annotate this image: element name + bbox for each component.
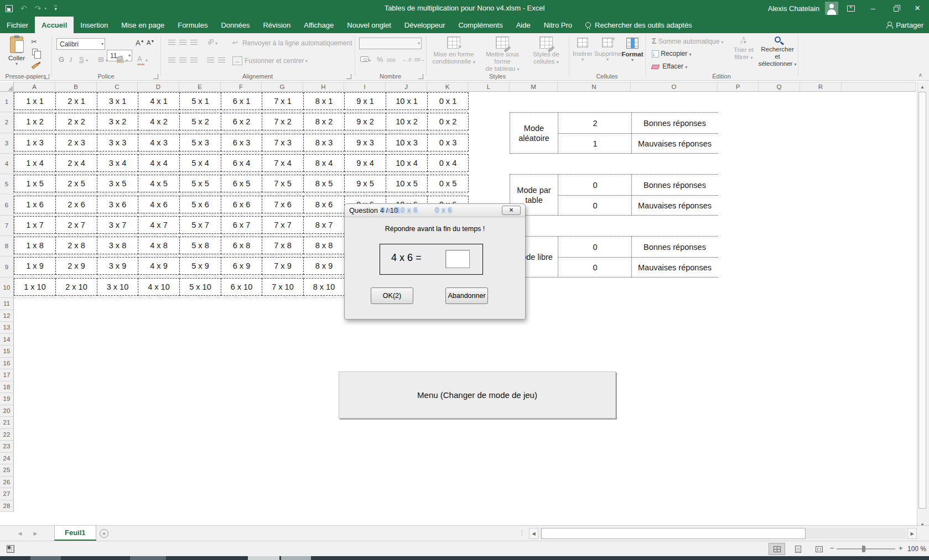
cell-D10[interactable]: 4 x 10 <box>138 278 180 296</box>
cell-E3[interactable]: 5 x 3 <box>179 134 221 151</box>
cell-K1[interactable]: 0 x 1 <box>427 92 469 110</box>
ok-button[interactable]: OK(2) <box>371 287 413 304</box>
score-value[interactable]: 0 <box>559 258 631 277</box>
row-header-6[interactable]: 6 <box>0 195 14 216</box>
cell-J1[interactable]: 10 x 1 <box>386 92 428 110</box>
cell-F2[interactable]: 6 x 2 <box>221 113 262 130</box>
tab-scrollbar-splitter[interactable]: ⋮ <box>519 529 525 536</box>
abandon-button[interactable]: Abandonner <box>445 287 488 304</box>
tab-aide[interactable]: Aide <box>510 17 537 33</box>
column-header-Q[interactable]: Q <box>759 82 800 92</box>
cell-G3[interactable]: 7 x 3 <box>262 134 304 151</box>
row-header-13[interactable]: 13 <box>0 322 14 334</box>
cell-H3[interactable]: 8 x 3 <box>303 134 345 151</box>
answer-input[interactable] <box>445 250 470 268</box>
hscroll-right-icon[interactable]: ▶ <box>907 528 917 539</box>
cell-G10[interactable]: 7 x 10 <box>262 278 304 296</box>
column-header-B[interactable]: B <box>55 82 97 92</box>
zoom-in-button[interactable]: + <box>899 544 903 552</box>
cell-A2[interactable]: 1 x 2 <box>14 113 56 130</box>
cell-C9[interactable]: 3 x 9 <box>97 257 138 275</box>
row-header-27[interactable]: 27 <box>0 488 14 500</box>
column-header-R[interactable]: R <box>800 82 842 92</box>
dialog-close-button[interactable]: × <box>502 206 521 215</box>
cell-A4[interactable]: 1 x 4 <box>14 154 56 172</box>
cell-C2[interactable]: 3 x 2 <box>97 113 138 130</box>
row-header-15[interactable]: 15 <box>0 346 14 358</box>
cell-B8[interactable]: 2 x 8 <box>55 237 97 254</box>
tab-donn-es[interactable]: Données <box>214 17 256 33</box>
cell-E6[interactable]: 5 x 6 <box>179 196 221 213</box>
cell-D5[interactable]: 4 x 5 <box>138 175 180 192</box>
row-header-10[interactable]: 10 <box>0 278 14 298</box>
column-header-H[interactable]: H <box>303 82 344 92</box>
cell-F7[interactable]: 6 x 7 <box>221 216 262 234</box>
cell-I4[interactable]: 9 x 4 <box>344 154 386 172</box>
cell-B3[interactable]: 2 x 3 <box>55 134 97 151</box>
cell-A5[interactable]: 1 x 5 <box>14 175 56 192</box>
score-caption[interactable]: Bonnes réponses <box>632 237 718 257</box>
cell-F1[interactable]: 6 x 1 <box>221 92 262 110</box>
cell-H5[interactable]: 8 x 5 <box>303 175 345 192</box>
zoom-out-button[interactable]: − <box>830 544 834 552</box>
alignment-launcher-icon[interactable] <box>346 74 351 79</box>
cell-E2[interactable]: 5 x 2 <box>179 113 221 130</box>
cell-I2[interactable]: 9 x 2 <box>344 113 386 130</box>
column-header-M[interactable]: M <box>510 82 558 92</box>
cell-F3[interactable]: 6 x 3 <box>221 134 262 151</box>
clear-button[interactable]: Effacer ▾ <box>652 62 687 70</box>
find-select-button[interactable]: Rechercher etsélectionner ▾ <box>758 35 797 68</box>
score-caption[interactable]: Mauvaises réponses <box>632 134 718 153</box>
sheet-prev-icon[interactable]: ◀ <box>13 526 27 541</box>
score-caption[interactable]: Bonnes réponses <box>632 175 718 195</box>
cell-H10[interactable]: 8 x 10 <box>303 278 345 296</box>
tab-affichage[interactable]: Affichage <box>297 17 340 33</box>
row-header-21[interactable]: 21 <box>0 417 14 429</box>
number-launcher-icon[interactable] <box>418 74 423 79</box>
row-header-9[interactable]: 9 <box>0 257 14 277</box>
row-header-4[interactable]: 4 <box>0 154 14 174</box>
column-header-I[interactable]: I <box>344 82 386 92</box>
cell-C3[interactable]: 3 x 3 <box>97 134 138 151</box>
tab-nouvel-onglet[interactable]: Nouvel onglet <box>340 17 398 33</box>
menu-change-mode-button[interactable]: Menu (Changer de mode de jeu) <box>339 371 616 418</box>
cell-J5[interactable]: 10 x 5 <box>386 175 428 192</box>
format-cells-button[interactable]: Format ▾ <box>621 38 644 62</box>
row-header-28[interactable]: 28 <box>0 500 14 512</box>
row-header-14[interactable]: 14 <box>0 334 14 346</box>
column-header-P[interactable]: P <box>718 82 759 92</box>
font-launcher-icon[interactable] <box>153 74 158 79</box>
cell-H6[interactable]: 8 x 6 <box>303 196 345 213</box>
cell-C7[interactable]: 3 x 7 <box>97 216 138 234</box>
cell-H1[interactable]: 8 x 1 <box>303 92 345 110</box>
cell-A7[interactable]: 1 x 7 <box>14 216 56 234</box>
row-header-1[interactable]: 1 <box>0 92 14 112</box>
row-header-3[interactable]: 3 <box>0 133 14 154</box>
cell-G8[interactable]: 7 x 8 <box>262 237 304 254</box>
cell-D3[interactable]: 4 x 3 <box>138 134 180 151</box>
cell-D6[interactable]: 4 x 6 <box>138 196 180 213</box>
cell-C4[interactable]: 3 x 4 <box>97 154 138 172</box>
row-header-8[interactable]: 8 <box>0 236 14 257</box>
row-header-18[interactable]: 18 <box>0 381 14 394</box>
cell-F9[interactable]: 6 x 9 <box>221 257 262 275</box>
cell-F5[interactable]: 6 x 5 <box>221 175 262 192</box>
cell-D7[interactable]: 4 x 7 <box>138 216 180 234</box>
cell-E9[interactable]: 5 x 9 <box>179 257 221 275</box>
cell-H2[interactable]: 8 x 2 <box>303 113 345 130</box>
cell-I3[interactable]: 9 x 3 <box>344 134 386 151</box>
cell-B7[interactable]: 2 x 7 <box>55 216 97 234</box>
cell-A8[interactable]: 1 x 8 <box>14 237 56 254</box>
avatar[interactable] <box>825 2 838 15</box>
score-value[interactable]: 0 <box>559 175 631 195</box>
cell-G9[interactable]: 7 x 9 <box>262 257 304 275</box>
cell-C1[interactable]: 3 x 1 <box>97 92 138 110</box>
tab-compl-ments[interactable]: Compléments <box>451 17 509 33</box>
collapse-ribbon-icon[interactable]: ∧ <box>918 72 922 78</box>
view-normal-button[interactable] <box>769 543 785 554</box>
cell-B6[interactable]: 2 x 6 <box>55 196 97 213</box>
row-header-16[interactable]: 16 <box>0 358 14 370</box>
cell-D4[interactable]: 4 x 4 <box>138 154 180 172</box>
paste-button[interactable]: Coller ▾ <box>4 36 29 66</box>
row-header-11[interactable]: 11 <box>0 298 14 310</box>
